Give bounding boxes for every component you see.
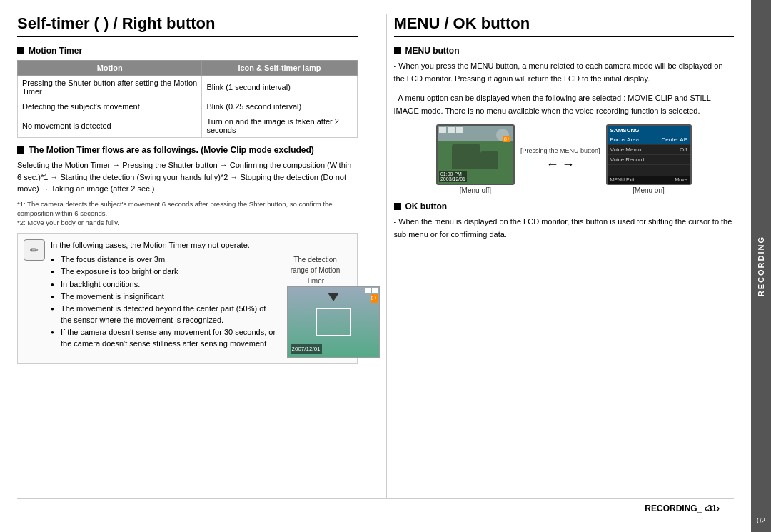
menu-item: Voice Record bbox=[608, 155, 690, 165]
camera-preview: 8+ 2007/12/01 bbox=[287, 286, 380, 358]
arrow-down-icon bbox=[328, 293, 339, 301]
right-arrow-icon: → bbox=[562, 157, 575, 172]
menu-screen-on: SAMSUNG Focus AreaCenter AFVoice MemoOff… bbox=[606, 124, 692, 185]
flow-header: The Motion Timer flows are as followings… bbox=[17, 145, 358, 155]
camera-screen-off: 8+ 01:00 PM2003/12/01 bbox=[436, 124, 515, 185]
motion-timer-table: Motion Icon & Self-timer lamp Pressing t… bbox=[17, 60, 358, 138]
col-icon: Icon & Self-timer lamp bbox=[202, 61, 357, 76]
ok-section: OK button - When the menu is displayed o… bbox=[394, 201, 735, 241]
menu-screen-header: SAMSUNG bbox=[608, 126, 690, 135]
ok-bullet bbox=[394, 203, 401, 210]
menu-off-label: [Menu off] bbox=[460, 186, 491, 194]
ok-header: OK button bbox=[394, 201, 735, 211]
bullet-item: If the camera doesn't sense any movement… bbox=[51, 327, 278, 349]
flow-text: Selecting the Motion Timer → Pressing th… bbox=[17, 159, 358, 195]
table-cell: Turn on and the image is taken after 2 s… bbox=[202, 114, 357, 138]
col-motion: Motion bbox=[18, 61, 202, 76]
bullet-item: The exposure is too bright or dark bbox=[51, 266, 278, 277]
menu-off-col: 8+ 01:00 PM2003/12/01 [Menu off] bbox=[436, 124, 515, 194]
arrows-area: [Pressing the MENU button] ← → bbox=[520, 147, 600, 172]
table-cell: Blink (1 second interval) bbox=[202, 76, 357, 99]
table-cell: Detecting the subject's movement bbox=[18, 99, 202, 114]
table-cell: Pressing the Shuter button after setting… bbox=[18, 76, 202, 99]
sidebar: RECORDING 02 bbox=[751, 0, 771, 532]
bullet-list: The focus distance is over 3m.The exposu… bbox=[51, 254, 278, 349]
motion-timer-header: Motion Timer bbox=[17, 46, 358, 56]
left-arrow-icon: ← bbox=[546, 157, 559, 172]
menu-item: Voice MemoOff bbox=[608, 145, 690, 155]
pressing-label: [Pressing the MENU button] bbox=[520, 147, 600, 154]
camera-ts: 01:00 PM2003/12/01 bbox=[439, 171, 467, 182]
menu-header: MENU button bbox=[394, 46, 735, 56]
menu-bullet bbox=[394, 47, 401, 54]
bullet-item: In backlight conditions. bbox=[51, 279, 278, 290]
note-box: ✏ In the following cases, the Motion Tim… bbox=[17, 233, 358, 364]
flow-bullet bbox=[17, 146, 24, 154]
sidebar-text: RECORDING bbox=[757, 236, 765, 296]
menu-item: Focus AreaCenter AF bbox=[608, 135, 690, 145]
ok-desc: - When the menu is displayed on the LCD … bbox=[394, 216, 735, 241]
camera-icon-row bbox=[439, 127, 463, 133]
header-bullet bbox=[17, 47, 24, 54]
detection-rect bbox=[316, 308, 351, 336]
bullet-item: The movement is detected beyond the cent… bbox=[51, 303, 278, 326]
left-section-title: Self-timer ( ) / Right button bbox=[17, 14, 358, 37]
menu-on-label: [Menu on] bbox=[633, 186, 664, 194]
menu-desc1: - When you press the MENU button, a menu… bbox=[394, 60, 735, 85]
note-icon: ✏ bbox=[24, 239, 45, 261]
page-footer: RECORDING_ ‹31› bbox=[17, 498, 734, 518]
detection-range-label: The detection range of Motion Timer bbox=[287, 254, 344, 286]
footnote1: *1: The camera detects the subject's mov… bbox=[17, 199, 358, 228]
bullet-item: The movement is insignificant bbox=[51, 291, 278, 302]
menu-images-row: 8+ 01:00 PM2003/12/01 [Menu off] [Pressi… bbox=[394, 124, 735, 194]
menu-desc2: - A menu option can be displayed when th… bbox=[394, 92, 735, 117]
table-cell: Blink (0.25 second interval) bbox=[202, 99, 357, 114]
menu-on-col: SAMSUNG Focus AreaCenter AFVoice MemoOff… bbox=[606, 124, 692, 194]
note-content: In the following cases, the Motion Timer… bbox=[51, 239, 351, 358]
bullet-item: The focus distance is over 3m. bbox=[51, 254, 278, 265]
camera-timestamp: 2007/12/01 bbox=[291, 344, 322, 354]
menu-items: Focus AreaCenter AFVoice MemoOffVoice Re… bbox=[608, 135, 690, 165]
menu-footer: MENU Exit Move bbox=[608, 176, 690, 184]
table-cell: No movement is detected bbox=[18, 114, 202, 138]
sidebar-number: 02 bbox=[757, 516, 765, 525]
right-section-title: MENU / OK button bbox=[394, 14, 735, 37]
